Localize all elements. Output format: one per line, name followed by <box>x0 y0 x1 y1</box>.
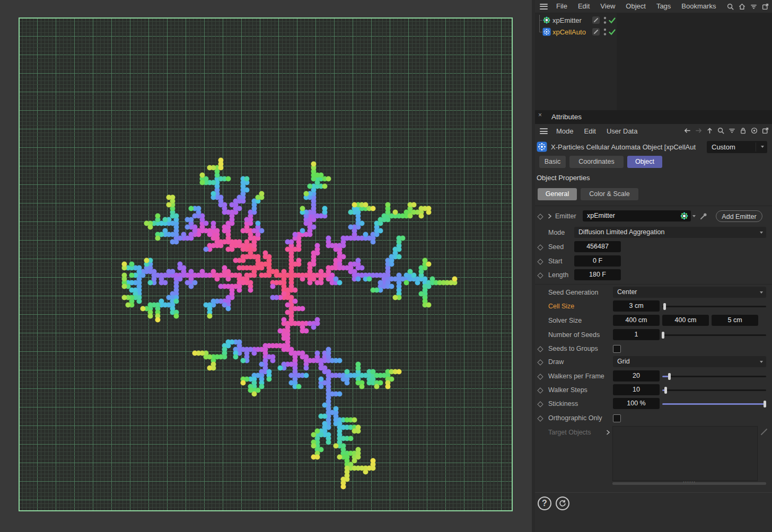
seed-field[interactable]: 456487 <box>574 241 621 252</box>
preset-dropdown[interactable]: Custom <box>707 141 767 153</box>
keyframe-diamond-icon[interactable] <box>537 401 543 407</box>
seeds-to-groups-checkbox[interactable] <box>613 345 621 353</box>
object-label-selected[interactable]: xpCellAuto <box>552 26 586 38</box>
seed-generation-label: Seed Generation <box>548 287 599 298</box>
keyframe-diamond-icon[interactable] <box>537 272 543 278</box>
3d-viewport[interactable] <box>0 0 532 532</box>
attributes-menubar: Mode Edit User Data <box>535 124 772 138</box>
menu-bookmarks[interactable]: Bookmarks <box>676 0 721 13</box>
menu-edit[interactable]: Edit <box>573 0 595 13</box>
walkers-per-frame-slider[interactable] <box>662 376 766 377</box>
draw-label: Draw <box>548 356 564 368</box>
close-icon[interactable]: × <box>538 111 542 119</box>
slider-knob[interactable] <box>664 387 667 394</box>
help-button[interactable]: ? <box>538 496 551 510</box>
chevron-down-icon <box>761 146 764 148</box>
up-icon[interactable] <box>706 127 714 135</box>
slider-knob[interactable] <box>662 332 664 339</box>
eyedropper-icon[interactable] <box>699 212 708 220</box>
menu-tags[interactable]: Tags <box>651 0 676 13</box>
target-objects-label: Target Objects <box>548 427 591 438</box>
emitter-field[interactable]: xpEmitter <box>583 210 691 221</box>
draw-dropdown[interactable]: Grid <box>613 356 766 367</box>
mode-dropdown[interactable]: Diffusion Limited Aggregation <box>574 227 766 238</box>
keyframe-diamond-icon[interactable] <box>537 415 543 421</box>
attr-menu-edit[interactable]: Edit <box>579 125 601 138</box>
keyframe-diamond-icon[interactable] <box>537 259 543 264</box>
keyframe-diamond-icon[interactable] <box>537 214 543 219</box>
start-field[interactable]: 0 F <box>574 255 621 267</box>
pencil-icon[interactable] <box>760 428 768 436</box>
number-of-seeds-slider[interactable] <box>662 334 766 336</box>
attr-menu-userdata[interactable]: User Data <box>601 125 643 138</box>
lock-icon[interactable] <box>739 127 747 135</box>
enabled-check-icon[interactable] <box>608 28 616 36</box>
keyframe-diamond-icon[interactable] <box>537 387 543 393</box>
menu-object[interactable]: Object <box>620 0 651 13</box>
stickiness-field[interactable]: 100 % <box>613 398 660 409</box>
slider-knob[interactable] <box>668 373 671 380</box>
target-objects-listbox[interactable] <box>612 426 758 481</box>
number-of-seeds-field[interactable]: 1 <box>613 329 660 340</box>
scroll-drag-handle[interactable]: ······ <box>612 479 766 484</box>
expand-chevron-icon[interactable] <box>606 430 610 435</box>
forward-icon[interactable] <box>695 127 703 135</box>
stickiness-slider[interactable] <box>662 403 766 405</box>
expand-chevron-icon[interactable] <box>548 214 552 219</box>
object-row-xpemitter[interactable]: xpEmitter <box>535 15 617 26</box>
menu-hamburger-icon[interactable] <box>540 128 548 134</box>
back-icon[interactable] <box>683 127 691 135</box>
viewport-canvas[interactable] <box>19 17 513 511</box>
row-seed: Seed 456487 <box>535 241 772 253</box>
add-emitter-button[interactable]: Add Emitter <box>716 210 762 222</box>
tab-color-scale[interactable]: Color & Scale <box>581 188 638 200</box>
edit-toggle[interactable] <box>592 16 600 24</box>
keyframe-diamond-icon[interactable] <box>537 346 543 352</box>
menu-view[interactable]: View <box>595 0 620 13</box>
enabled-check-icon[interactable] <box>608 16 616 24</box>
walker-steps-slider[interactable] <box>662 389 766 391</box>
slider-knob[interactable] <box>764 401 766 407</box>
stickiness-label: Stickiness <box>548 398 578 410</box>
visibility-dots-icon[interactable] <box>603 28 607 37</box>
object-label[interactable]: xpEmitter <box>552 15 582 26</box>
walker-steps-field[interactable]: 10 <box>613 384 660 395</box>
app-window: File Edit View Object Tags Bookmarks <box>0 0 772 532</box>
length-field[interactable]: 180 F <box>574 269 621 280</box>
attr-menu-mode[interactable]: Mode <box>551 125 579 138</box>
cell-size-slider[interactable] <box>662 306 766 307</box>
edit-toggle[interactable] <box>592 28 600 36</box>
new-window-icon[interactable] <box>761 3 769 11</box>
tab-object[interactable]: Object <box>627 156 662 168</box>
reset-button[interactable] <box>556 496 569 510</box>
walkers-per-frame-field[interactable]: 20 <box>613 370 660 382</box>
keyframe-diamond-icon[interactable] <box>537 359 543 365</box>
chevron-down-icon[interactable] <box>692 215 696 217</box>
object-row-xpcellauto[interactable]: xpCellAuto <box>535 26 617 38</box>
search-icon[interactable] <box>717 127 725 135</box>
filter-icon[interactable] <box>750 3 758 11</box>
seed-generation-dropdown[interactable]: Center <box>613 287 766 298</box>
orthographic-only-checkbox[interactable] <box>613 414 621 422</box>
horizontal-scrollbar[interactable]: ······ <box>612 482 766 485</box>
keyframe-diamond-icon[interactable] <box>537 244 543 250</box>
filter-icon[interactable] <box>728 127 736 135</box>
record-icon[interactable] <box>750 127 758 135</box>
row-number-of-seeds: Number of Seeds 1 <box>535 329 772 341</box>
home-icon[interactable] <box>738 3 746 11</box>
tab-coordinates[interactable]: Coordinates <box>569 156 624 168</box>
solver-size-x-field[interactable]: 400 cm <box>613 315 660 326</box>
solver-size-y-field[interactable]: 400 cm <box>662 315 709 326</box>
visibility-dots-icon[interactable] <box>603 16 607 25</box>
cell-size-field[interactable]: 3 cm <box>613 300 660 312</box>
slider-knob[interactable] <box>663 303 666 310</box>
menu-hamburger-icon[interactable] <box>540 4 548 10</box>
tab-general[interactable]: General <box>538 188 577 200</box>
menu-file[interactable]: File <box>551 0 573 13</box>
new-window-icon[interactable] <box>761 127 769 135</box>
keyframe-diamond-icon[interactable] <box>537 374 543 379</box>
solver-size-z-field[interactable]: 5 cm <box>712 315 758 326</box>
tab-basic[interactable]: Basic <box>539 156 566 168</box>
search-icon[interactable] <box>726 3 734 11</box>
dropdown-separator <box>756 143 756 152</box>
